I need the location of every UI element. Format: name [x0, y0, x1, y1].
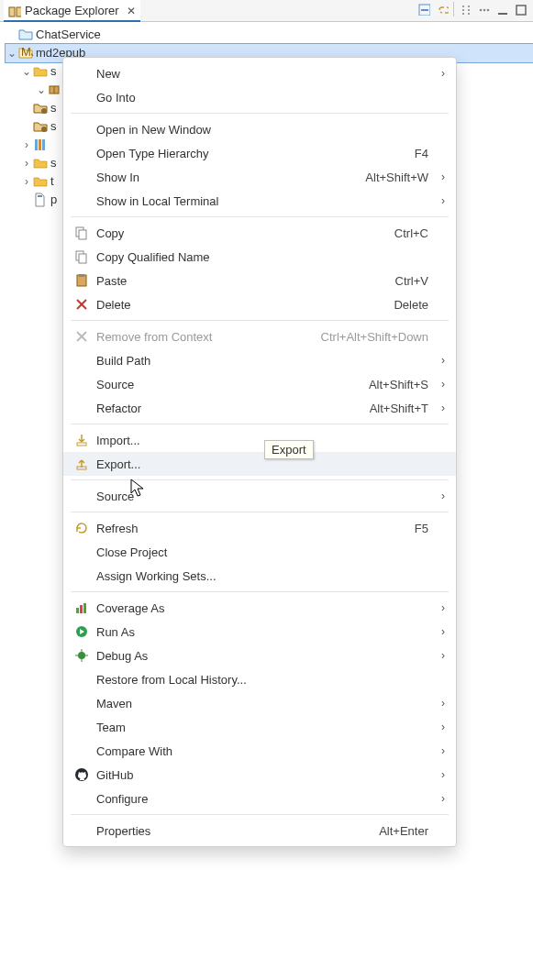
- file-xml-icon: [33, 193, 48, 207]
- menu-separator: [71, 424, 449, 424]
- chevron-right-icon: ›: [434, 768, 445, 781]
- github-icon: [71, 767, 93, 782]
- menu-accelerator: Alt+Shift+T: [370, 402, 434, 415]
- view-menu-icon[interactable]: [476, 2, 491, 17]
- minimize-icon[interactable]: [494, 2, 509, 17]
- close-icon[interactable]: ✕: [123, 5, 136, 17]
- chevron-right-icon: ›: [434, 697, 445, 710]
- menu-item-remove-from-context: Remove from ContextCtrl+Alt+Shift+Down: [63, 325, 456, 348]
- menu-item-close-project[interactable]: Close Project: [63, 540, 456, 564]
- menu-item-open-type-hierarchy[interactable]: Open Type HierarchyF4: [63, 141, 456, 165]
- chevron-right-icon: ›: [434, 354, 445, 367]
- menu-item-source[interactable]: SourceAlt+Shift+S›: [63, 372, 456, 396]
- menu-item-new[interactable]: New›: [63, 61, 456, 85]
- menu-item-source[interactable]: Source›: [63, 484, 456, 508]
- chevron-right-icon: ›: [434, 378, 445, 391]
- menu-label: GitHub: [93, 768, 428, 782]
- menu-item-copy-qualified-name[interactable]: Copy Qualified Name: [63, 245, 456, 269]
- menu-item-restore-from-local-history[interactable]: Restore from Local History...: [63, 667, 456, 691]
- package-icon: [48, 83, 62, 97]
- menu-separator: [71, 512, 449, 512]
- menu-separator: [71, 479, 449, 480]
- menu-item-export[interactable]: Export...: [63, 452, 456, 476]
- menu-separator: [71, 113, 449, 114]
- twisty-icon[interactable]: [20, 120, 33, 133]
- menu-item-refresh[interactable]: RefreshF5: [63, 516, 456, 540]
- menu-separator: [71, 320, 449, 321]
- menu-label: Copy: [93, 226, 394, 240]
- twisty-icon[interactable]: ⌄: [6, 47, 18, 60]
- twisty-icon[interactable]: ›: [20, 138, 33, 151]
- separator: [453, 2, 454, 17]
- menu-item-compare-with[interactable]: Compare With›: [63, 739, 456, 763]
- context-menu: New›Go IntoOpen in New WindowOpen Type H…: [62, 57, 457, 847]
- menu-item-open-in-new-window[interactable]: Open in New Window: [63, 117, 456, 141]
- collapse-all-icon[interactable]: [416, 2, 431, 17]
- menu-item-copy[interactable]: CopyCtrl+C: [63, 221, 456, 245]
- menu-label: Configure: [93, 792, 428, 806]
- library-icon: [33, 138, 48, 152]
- menu-label: Remove from Context: [93, 330, 321, 344]
- menu-label: Paste: [93, 274, 395, 288]
- menu-label: Run As: [93, 625, 428, 639]
- menu-item-configure[interactable]: Configure›: [63, 787, 456, 810]
- menu-label: Restore from Local History...: [93, 673, 428, 687]
- menu-item-show-in-local-terminal[interactable]: Show in Local Terminal›: [63, 189, 456, 213]
- tree-item[interactable]: ChatService: [6, 26, 533, 44]
- folder-src-icon: [33, 119, 48, 134]
- menu-label: Go Into: [93, 91, 428, 105]
- menu-item-maven[interactable]: Maven›: [63, 691, 456, 715]
- menu-item-github[interactable]: GitHub›: [63, 763, 456, 787]
- menu-label: Show In: [93, 171, 365, 184]
- menu-accelerator: Alt+Shift+S: [369, 378, 434, 391]
- folder-src-icon: [33, 101, 48, 116]
- menu-label: Debug As: [93, 649, 428, 663]
- view-toolbar: [416, 2, 527, 17]
- twisty-icon[interactable]: [20, 193, 33, 206]
- project-closed-icon: [18, 28, 33, 42]
- maximize-icon[interactable]: [513, 2, 527, 17]
- menu-item-refactor[interactable]: RefactorAlt+Shift+T›: [63, 396, 456, 420]
- folder-pkg-icon: [33, 64, 48, 79]
- menu-item-assign-working-sets[interactable]: Assign Working Sets...: [63, 564, 456, 588]
- menu-item-delete[interactable]: DeleteDelete: [63, 292, 456, 316]
- twisty-icon[interactable]: [6, 28, 18, 41]
- menu-item-run-as[interactable]: Run As›: [63, 620, 456, 644]
- package-explorer-tab[interactable]: Package Explorer ✕: [4, 0, 140, 22]
- tree-item-label: s: [50, 154, 57, 172]
- menu-item-paste[interactable]: PasteCtrl+V: [63, 269, 456, 292]
- twisty-icon[interactable]: ⌄: [20, 65, 33, 78]
- menu-label: Show in Local Terminal: [93, 194, 428, 208]
- menu-item-coverage-as[interactable]: Coverage As›: [63, 596, 456, 620]
- chevron-right-icon: ›: [434, 171, 445, 183]
- twisty-icon[interactable]: ›: [20, 175, 33, 188]
- package-explorer-icon: [8, 5, 21, 17]
- menu-item-team[interactable]: Team›: [63, 715, 456, 739]
- chevron-right-icon: ›: [434, 490, 445, 502]
- menu-item-go-into[interactable]: Go Into: [63, 85, 456, 109]
- folder-icon: [33, 174, 48, 189]
- mouse-cursor: [130, 479, 147, 499]
- tooltip: Export: [264, 440, 314, 459]
- chevron-right-icon: ›: [434, 744, 445, 757]
- menu-item-show-in[interactable]: Show InAlt+Shift+W›: [63, 165, 456, 189]
- coverage-icon: [71, 600, 93, 615]
- menu-item-properties[interactable]: PropertiesAlt+Enter: [63, 819, 456, 842]
- twisty-icon[interactable]: ⌄: [35, 83, 48, 96]
- link-editor-icon[interactable]: [435, 2, 450, 17]
- twisty-icon[interactable]: ›: [20, 157, 33, 170]
- menu-item-import[interactable]: Import...: [63, 428, 456, 452]
- menu-separator: [71, 591, 449, 592]
- menu-label: Compare With: [93, 744, 428, 758]
- filter-icon[interactable]: [458, 2, 472, 17]
- menu-label: Refactor: [93, 402, 370, 415]
- menu-item-build-path[interactable]: Build Path›: [63, 348, 456, 372]
- menu-item-debug-as[interactable]: Debug As›: [63, 644, 456, 667]
- menu-label: New: [93, 67, 428, 81]
- menu-label: Team: [93, 721, 428, 734]
- tree-item-label: s: [50, 99, 57, 117]
- menu-label: Refresh: [93, 522, 415, 535]
- twisty-icon[interactable]: [20, 102, 33, 115]
- chevron-right-icon: ›: [434, 792, 445, 805]
- menu-accelerator: Ctrl+V: [395, 274, 434, 288]
